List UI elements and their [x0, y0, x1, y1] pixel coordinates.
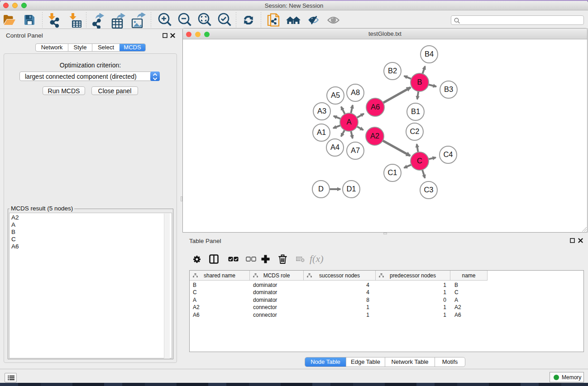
svg-text:A: A	[346, 118, 351, 126]
svg-text:B: B	[417, 78, 422, 86]
svg-text:C2: C2	[410, 127, 419, 135]
svg-text:A1: A1	[317, 128, 326, 136]
svg-text:C3: C3	[424, 186, 433, 194]
svg-text:B3: B3	[444, 85, 453, 93]
svg-text:B2: B2	[388, 67, 397, 75]
svg-text:B1: B1	[411, 107, 420, 115]
svg-text:A5: A5	[331, 91, 340, 99]
svg-text:A8: A8	[351, 88, 360, 96]
svg-text:C4: C4	[443, 150, 453, 158]
svg-text:D1: D1	[346, 185, 356, 193]
svg-text:A3: A3	[317, 107, 326, 115]
svg-text:B4: B4	[425, 50, 434, 58]
svg-text:C: C	[417, 157, 422, 165]
svg-text:A4: A4	[330, 143, 339, 151]
svg-text:A2: A2	[370, 132, 379, 140]
svg-text:A6: A6	[371, 103, 380, 111]
svg-text:D: D	[318, 185, 324, 193]
svg-text:C1: C1	[387, 168, 397, 176]
svg-text:A7: A7	[351, 146, 360, 154]
